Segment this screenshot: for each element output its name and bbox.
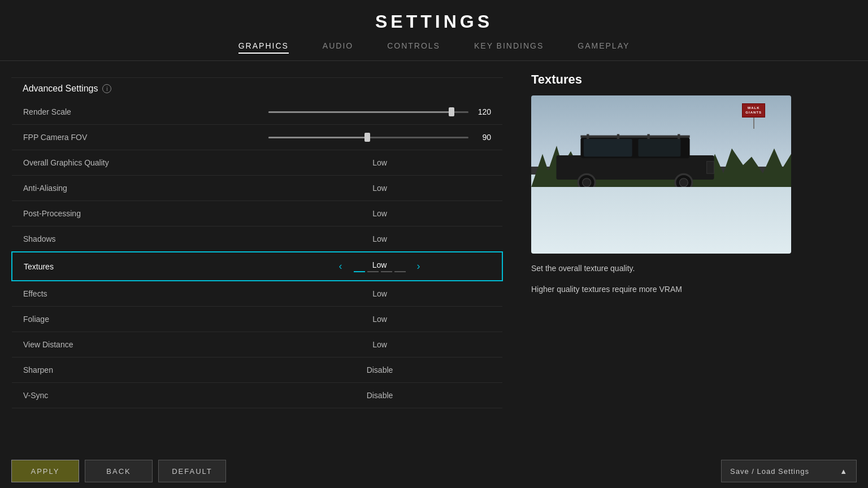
setting-label: V-Sync: [12, 383, 257, 408]
table-row: Post-Processing Low: [12, 201, 502, 226]
right-panel: Textures: [514, 67, 868, 476]
textures-selector[interactable]: ‹ Low ›: [268, 260, 491, 272]
chevron-up-icon: ▲: [840, 467, 848, 476]
tab-gameplay[interactable]: GAMEPLAY: [578, 41, 630, 54]
setting-label: Anti-Aliasing: [12, 176, 257, 201]
setting-label: Foliage: [12, 307, 257, 332]
setting-value[interactable]: Low: [257, 201, 502, 226]
selector-dot: [394, 271, 406, 272]
table-row: Effects Low: [12, 281, 502, 307]
setting-value[interactable]: Low: [257, 307, 502, 332]
setting-label: Sharpen: [12, 358, 257, 383]
selector-dot: [354, 271, 365, 272]
slider-value: 120: [474, 107, 491, 116]
table-row-selected[interactable]: Textures ‹ Low: [12, 252, 502, 281]
setting-label: Shadows: [12, 226, 257, 252]
setting-value[interactable]: Low: [257, 226, 502, 252]
slider-fill: [268, 137, 368, 138]
table-row: Overall Graphics Quality Low: [12, 150, 502, 176]
table-row: Foliage Low: [12, 307, 502, 332]
main-content: Advanced Settings i Render Scale 120: [0, 67, 868, 476]
tab-keybindings[interactable]: KEY BINDINGS: [474, 41, 544, 54]
selector-value: Low: [354, 260, 406, 269]
svg-rect-13: [647, 134, 649, 140]
svg-rect-1: [556, 155, 714, 180]
header: SETTINGS GRAPHICS AUDIO CONTROLS KEY BIN…: [0, 0, 868, 61]
setting-value[interactable]: Low: [257, 176, 502, 201]
car-image: [544, 124, 726, 187]
selector-dots: [354, 271, 406, 272]
setting-label: View Distance: [12, 332, 257, 358]
sign: WALKGIANTS: [742, 103, 765, 129]
table-row: V-Sync Disable: [12, 383, 502, 408]
table-row: Render Scale 120: [12, 99, 502, 125]
description-2: Higher quality textures require more VRA…: [531, 283, 851, 295]
svg-rect-9: [707, 162, 714, 173]
slider-thumb[interactable]: [364, 133, 370, 142]
save-load-label: Save / Load Settings: [730, 467, 809, 476]
page-title: SETTINGS: [0, 11, 868, 32]
selector-value-container: Low: [354, 260, 406, 272]
table-row: View Distance Low: [12, 332, 502, 358]
settings-table: Render Scale 120 FPP Camera FOV: [11, 99, 503, 408]
slider-value: 90: [474, 133, 491, 142]
svg-point-6: [583, 178, 591, 187]
scroll-indicator: [11, 67, 503, 78]
back-button[interactable]: BACK: [85, 460, 153, 482]
svg-point-8: [679, 178, 688, 187]
info-icon: i: [102, 84, 111, 93]
setting-label: FPP Camera FOV: [12, 125, 257, 150]
table-row: Shadows Low: [12, 226, 502, 252]
setting-control-selector: ‹ Low ›: [257, 252, 502, 281]
table-row: FPP Camera FOV 90: [12, 125, 502, 150]
setting-value[interactable]: Low: [257, 150, 502, 176]
setting-value[interactable]: Disable: [257, 358, 502, 383]
setting-value[interactable]: Low: [257, 332, 502, 358]
svg-rect-14: [678, 134, 680, 140]
apply-button[interactable]: APPLY: [11, 460, 79, 482]
save-load-button[interactable]: Save / Load Settings ▲: [721, 460, 857, 482]
bottom-bar: APPLY BACK DEFAULT Save / Load Settings …: [0, 454, 868, 488]
svg-rect-3: [584, 139, 632, 156]
selector-dot: [381, 271, 392, 272]
svg-rect-11: [587, 134, 589, 140]
left-panel: Advanced Settings i Render Scale 120: [0, 67, 514, 476]
setting-control: 120: [257, 99, 502, 125]
setting-label: Effects: [12, 281, 257, 307]
tab-audio[interactable]: AUDIO: [323, 41, 353, 54]
section-title: Advanced Settings i: [23, 84, 503, 94]
slider-track: [268, 137, 468, 138]
render-scale-slider[interactable]: 120: [268, 107, 491, 116]
tab-graphics[interactable]: GRAPHICS: [238, 41, 289, 54]
setting-value[interactable]: Disable: [257, 383, 502, 408]
slider-thumb[interactable]: [449, 107, 454, 116]
svg-rect-4: [638, 139, 680, 156]
description-1: Set the overall texture quality.: [531, 262, 851, 274]
svg-rect-10: [580, 136, 689, 138]
setting-label: Overall Graphics Quality: [12, 150, 257, 176]
fpp-fov-slider[interactable]: 90: [268, 133, 491, 142]
panel-title: Textures: [531, 72, 851, 87]
setting-label: Textures: [12, 252, 257, 281]
slider-fill: [268, 111, 453, 113]
selector-dot: [367, 271, 379, 272]
setting-value[interactable]: Low: [257, 281, 502, 307]
default-button[interactable]: DEFAULT: [158, 460, 226, 482]
selector-next-icon[interactable]: ›: [417, 260, 420, 272]
table-row: Anti-Aliasing Low: [12, 176, 502, 201]
setting-control: 90: [257, 125, 502, 150]
svg-rect-12: [617, 134, 619, 140]
slider-track: [268, 111, 468, 113]
setting-label: Post-Processing: [12, 201, 257, 226]
table-row: Sharpen Disable: [12, 358, 502, 383]
nav-tabs: GRAPHICS AUDIO CONTROLS KEY BINDINGS GAM…: [0, 41, 868, 61]
setting-label: Render Scale: [12, 99, 257, 125]
tab-controls[interactable]: CONTROLS: [387, 41, 440, 54]
selector-prev-icon[interactable]: ‹: [339, 260, 342, 272]
texture-preview: WALKGIANTS: [531, 95, 791, 254]
